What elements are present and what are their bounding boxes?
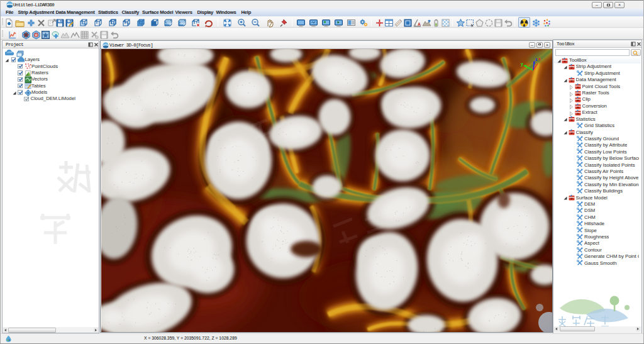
svg-text:y: y — [521, 62, 523, 67]
svg-text:A: A — [418, 22, 421, 26]
svg-text:BACK: BACK — [179, 22, 186, 25]
svg-text:FRONT: FRONT — [165, 22, 173, 25]
svg-text:x: x — [538, 57, 541, 61]
svg-text:z: z — [535, 57, 538, 62]
